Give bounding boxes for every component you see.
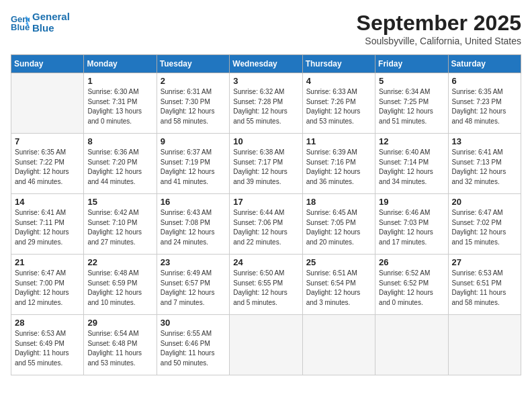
day-info: Sunrise: 6:34 AM Sunset: 7:25 PM Dayligh… (379, 87, 444, 126)
calendar-cell: 30Sunrise: 6:55 AM Sunset: 6:46 PM Dayli… (157, 315, 229, 375)
day-info: Sunrise: 6:50 AM Sunset: 6:55 PM Dayligh… (233, 269, 298, 308)
day-info: Sunrise: 6:47 AM Sunset: 7:00 PM Dayligh… (15, 269, 80, 308)
calendar-cell: 3Sunrise: 6:32 AM Sunset: 7:28 PM Daylig… (230, 73, 302, 134)
calendar-cell: 19Sunrise: 6:46 AM Sunset: 7:03 PM Dayli… (375, 194, 448, 255)
calendar-cell: 23Sunrise: 6:49 AM Sunset: 6:57 PM Dayli… (157, 255, 229, 315)
day-number: 30 (161, 318, 226, 328)
day-info: Sunrise: 6:41 AM Sunset: 7:13 PM Dayligh… (452, 148, 517, 187)
day-info: Sunrise: 6:35 AM Sunset: 7:22 PM Dayligh… (15, 148, 80, 187)
calendar-cell: 24Sunrise: 6:50 AM Sunset: 6:55 PM Dayli… (230, 255, 302, 315)
day-number: 3 (233, 76, 298, 86)
calendar-cell: 11Sunrise: 6:39 AM Sunset: 7:16 PM Dayli… (302, 134, 375, 194)
header: General Blue General Blue September 2025… (11, 11, 521, 46)
day-number: 8 (87, 136, 152, 146)
day-info: Sunrise: 6:31 AM Sunset: 7:30 PM Dayligh… (161, 87, 226, 126)
week-row-0: 1Sunrise: 6:30 AM Sunset: 7:31 PM Daylig… (11, 73, 521, 134)
day-info: Sunrise: 6:49 AM Sunset: 6:57 PM Dayligh… (161, 269, 226, 308)
week-row-2: 14Sunrise: 6:41 AM Sunset: 7:11 PM Dayli… (11, 194, 521, 255)
month-title: September 2025 (357, 11, 521, 36)
day-number: 5 (379, 76, 444, 86)
calendar-cell: 6Sunrise: 6:35 AM Sunset: 7:23 PM Daylig… (448, 73, 521, 134)
calendar-cell: 26Sunrise: 6:52 AM Sunset: 6:52 PM Dayli… (375, 255, 448, 315)
calendar-cell: 27Sunrise: 6:53 AM Sunset: 6:51 PM Dayli… (448, 255, 521, 315)
day-info: Sunrise: 6:47 AM Sunset: 7:02 PM Dayligh… (452, 208, 517, 247)
day-number: 29 (87, 318, 152, 328)
logo-text: General Blue (32, 11, 70, 34)
weekday-header-monday: Monday (84, 55, 157, 73)
day-info: Sunrise: 6:43 AM Sunset: 7:08 PM Dayligh… (161, 208, 226, 247)
day-number: 1 (87, 76, 152, 86)
day-number: 2 (161, 76, 226, 86)
week-row-1: 7Sunrise: 6:35 AM Sunset: 7:22 PM Daylig… (11, 134, 521, 194)
calendar-cell: 15Sunrise: 6:42 AM Sunset: 7:10 PM Dayli… (84, 194, 157, 255)
calendar-cell: 20Sunrise: 6:47 AM Sunset: 7:02 PM Dayli… (448, 194, 521, 255)
day-number: 13 (452, 136, 517, 146)
day-number: 26 (379, 257, 444, 267)
day-number: 19 (379, 197, 444, 207)
day-info: Sunrise: 6:32 AM Sunset: 7:28 PM Dayligh… (233, 87, 298, 126)
day-info: Sunrise: 6:35 AM Sunset: 7:23 PM Dayligh… (452, 87, 517, 126)
calendar-cell: 22Sunrise: 6:48 AM Sunset: 6:59 PM Dayli… (84, 255, 157, 315)
calendar-cell (375, 315, 448, 375)
calendar-cell: 5Sunrise: 6:34 AM Sunset: 7:25 PM Daylig… (375, 73, 448, 134)
day-number: 17 (233, 197, 298, 207)
calendar-cell (11, 73, 84, 134)
calendar-cell: 8Sunrise: 6:36 AM Sunset: 7:20 PM Daylig… (84, 134, 157, 194)
day-number: 18 (306, 197, 371, 207)
calendar-cell (448, 315, 521, 375)
calendar-cell: 16Sunrise: 6:43 AM Sunset: 7:08 PM Dayli… (157, 194, 229, 255)
logo-icon: General Blue (11, 13, 30, 32)
day-info: Sunrise: 6:38 AM Sunset: 7:17 PM Dayligh… (233, 148, 298, 187)
day-number: 10 (233, 136, 298, 146)
day-info: Sunrise: 6:36 AM Sunset: 7:20 PM Dayligh… (87, 148, 152, 187)
day-info: Sunrise: 6:44 AM Sunset: 7:06 PM Dayligh… (233, 208, 298, 247)
day-info: Sunrise: 6:53 AM Sunset: 6:51 PM Dayligh… (452, 269, 517, 308)
day-number: 22 (87, 257, 152, 267)
day-info: Sunrise: 6:39 AM Sunset: 7:16 PM Dayligh… (306, 148, 371, 187)
day-number: 11 (306, 136, 371, 146)
day-number: 21 (15, 257, 80, 267)
weekday-header-tuesday: Tuesday (157, 55, 229, 73)
day-number: 6 (452, 76, 517, 86)
calendar-cell: 13Sunrise: 6:41 AM Sunset: 7:13 PM Dayli… (448, 134, 521, 194)
day-number: 16 (161, 197, 226, 207)
day-number: 20 (452, 197, 517, 207)
weekday-header-row: SundayMondayTuesdayWednesdayThursdayFrid… (11, 55, 521, 73)
day-info: Sunrise: 6:41 AM Sunset: 7:11 PM Dayligh… (15, 208, 80, 247)
weekday-header-saturday: Saturday (448, 55, 521, 73)
weekday-header-thursday: Thursday (302, 55, 375, 73)
day-info: Sunrise: 6:37 AM Sunset: 7:19 PM Dayligh… (161, 148, 226, 187)
day-info: Sunrise: 6:52 AM Sunset: 6:52 PM Dayligh… (379, 269, 444, 308)
calendar-cell: 9Sunrise: 6:37 AM Sunset: 7:19 PM Daylig… (157, 134, 229, 194)
day-number: 25 (306, 257, 371, 267)
day-info: Sunrise: 6:40 AM Sunset: 7:14 PM Dayligh… (379, 148, 444, 187)
day-info: Sunrise: 6:33 AM Sunset: 7:26 PM Dayligh… (306, 87, 371, 126)
calendar-cell: 18Sunrise: 6:45 AM Sunset: 7:05 PM Dayli… (302, 194, 375, 255)
calendar-cell: 25Sunrise: 6:51 AM Sunset: 6:54 PM Dayli… (302, 255, 375, 315)
day-info: Sunrise: 6:55 AM Sunset: 6:46 PM Dayligh… (161, 329, 226, 368)
calendar-cell: 1Sunrise: 6:30 AM Sunset: 7:31 PM Daylig… (84, 73, 157, 134)
day-number: 12 (379, 136, 444, 146)
calendar-cell: 7Sunrise: 6:35 AM Sunset: 7:22 PM Daylig… (11, 134, 84, 194)
calendar-cell: 2Sunrise: 6:31 AM Sunset: 7:30 PM Daylig… (157, 73, 229, 134)
calendar-cell: 17Sunrise: 6:44 AM Sunset: 7:06 PM Dayli… (230, 194, 302, 255)
day-number: 15 (87, 197, 152, 207)
weekday-header-sunday: Sunday (11, 55, 84, 73)
calendar-cell: 21Sunrise: 6:47 AM Sunset: 7:00 PM Dayli… (11, 255, 84, 315)
day-number: 9 (161, 136, 226, 146)
day-info: Sunrise: 6:48 AM Sunset: 6:59 PM Dayligh… (87, 269, 152, 308)
day-number: 28 (15, 318, 80, 328)
title-area: September 2025 Soulsbyville, California,… (357, 11, 521, 46)
day-info: Sunrise: 6:45 AM Sunset: 7:05 PM Dayligh… (306, 208, 371, 247)
day-info: Sunrise: 6:51 AM Sunset: 6:54 PM Dayligh… (306, 269, 371, 308)
calendar-cell: 12Sunrise: 6:40 AM Sunset: 7:14 PM Dayli… (375, 134, 448, 194)
day-info: Sunrise: 6:54 AM Sunset: 6:48 PM Dayligh… (87, 329, 152, 368)
calendar-cell (302, 315, 375, 375)
day-number: 27 (452, 257, 517, 267)
calendar-cell (230, 315, 302, 375)
calendar-table: SundayMondayTuesdayWednesdayThursdayFrid… (11, 54, 521, 375)
weekday-header-wednesday: Wednesday (230, 55, 302, 73)
day-number: 7 (15, 136, 80, 146)
day-number: 23 (161, 257, 226, 267)
day-info: Sunrise: 6:42 AM Sunset: 7:10 PM Dayligh… (87, 208, 152, 247)
